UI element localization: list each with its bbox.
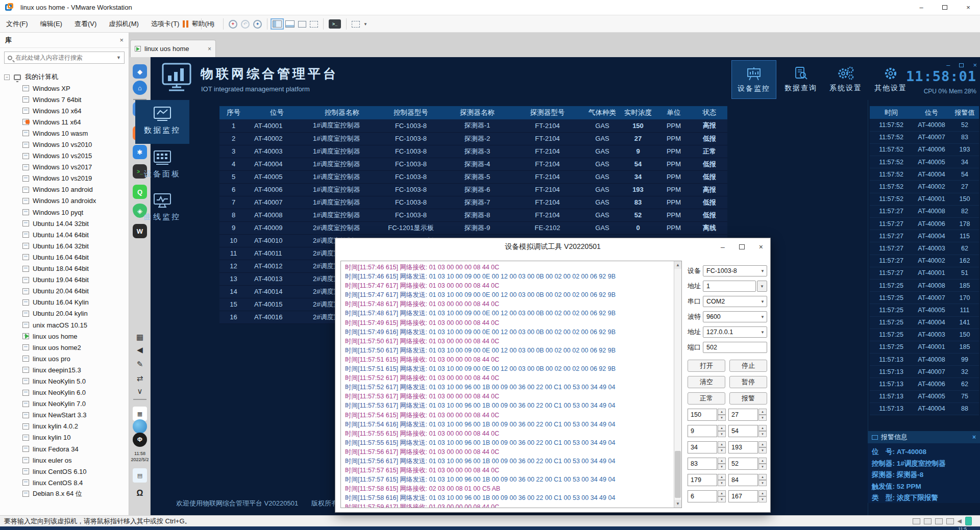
fit-guest-button[interactable] (352, 21, 360, 28)
vm-list-item[interactable]: Ubuntu 16.04 Kylin (0, 297, 129, 308)
app-close-button[interactable]: × (973, 61, 977, 69)
spin-down-icon[interactable]: ▼ (758, 480, 767, 486)
log-scrollbar[interactable]: ▲ ▼ (674, 261, 681, 508)
vm-list-item[interactable]: Ubuntu 19.04 64bit (0, 274, 129, 286)
tab-close-icon[interactable]: × (208, 45, 211, 53)
value-spinner[interactable]: 167 ▲▼ (728, 490, 767, 502)
vm-list-item[interactable]: linux kylin 10 (0, 432, 129, 443)
vm-list-item[interactable]: linux NeoKylin 6.0 (0, 387, 129, 398)
tray-device-icon[interactable] (935, 518, 943, 524)
search-dropdown-arrow-icon[interactable]: ▼ (116, 55, 121, 60)
spin-down-icon[interactable]: ▼ (718, 447, 726, 453)
vm-list-item[interactable]: linux kylin 4.0.2 (0, 421, 129, 432)
window-close-button[interactable]: × (957, 0, 980, 15)
vm-list-item[interactable]: linux NeoKylin 7.0 (0, 398, 129, 410)
vm-list-item[interactable]: Ubuntu 18.04 64bit (0, 263, 129, 274)
tray-device-icon[interactable] (965, 517, 972, 525)
alarm-row[interactable]: 11:57:52 AT-40005 34 (870, 156, 979, 168)
dock-icon[interactable]: ✎ (133, 357, 147, 371)
value-spinner[interactable]: 84 ▲▼ (728, 474, 767, 486)
vm-list-item[interactable]: linux CentOS 8.4 (0, 477, 129, 488)
alarm-row[interactable]: 11:57:13 AT-40008 99 (870, 354, 979, 366)
dialog-maximize-button[interactable] (739, 243, 745, 251)
vm-list-item[interactable]: Windows 10 vs2015 (0, 150, 129, 162)
alarm-row[interactable]: 11:57:52 AT-40001 150 (870, 193, 979, 205)
alarm-row[interactable]: 11:57:13 AT-40005 75 (870, 390, 979, 402)
dock-icon[interactable]: ◀ (133, 343, 147, 357)
spin-up-icon[interactable]: ▲ (758, 458, 767, 464)
manage-snapshots-button[interactable]: ✦ (253, 20, 262, 29)
dock-icon[interactable]: ◆ (133, 64, 147, 79)
window-maximize-button[interactable] (933, 0, 957, 15)
value-spinner[interactable]: 193 ▲▼ (728, 441, 767, 453)
alarm-row[interactable]: 11:57:27 AT-40004 115 (870, 230, 979, 242)
tray-device-icon[interactable]: ◀ (958, 518, 962, 524)
table-row[interactable]: 8 AT-40008 1#调度室控制器 FC-1003-8 探测器-8 FT-2… (219, 209, 727, 221)
alarm-info-close-icon[interactable]: × (972, 434, 976, 441)
table-row[interactable]: 6 AT-40006 1#调度室控制器 FC-1003-8 探测器-6 FT-2… (219, 183, 727, 196)
app-minimize-button[interactable]: – (946, 61, 950, 69)
value-spinner[interactable]: 179 ▲▼ (688, 474, 726, 486)
show-library-button[interactable] (273, 20, 282, 28)
spin-down-icon[interactable]: ▼ (718, 415, 726, 421)
tree-expander-icon[interactable]: − (4, 74, 10, 80)
alarm-row[interactable]: 11:57:52 AT-40002 27 (870, 181, 979, 193)
vm-list-item[interactable]: Windows 10 vs2019 (0, 173, 129, 184)
spin-up-icon[interactable]: ▲ (718, 441, 726, 447)
window-minimize-button[interactable]: – (910, 0, 933, 15)
alarm-row[interactable]: 11:57:25 AT-40007 170 (870, 292, 979, 304)
vm-list-item[interactable]: Windows 10 x64 (0, 105, 129, 116)
dock-icon[interactable]: W (133, 224, 147, 238)
value-spinner[interactable]: 6 ▲▼ (688, 490, 726, 502)
spin-down-icon[interactable]: ▼ (718, 431, 726, 437)
vm-list-item[interactable]: linux uos pro (0, 353, 129, 364)
vm-list-item[interactable]: Windows 7 64bit (0, 94, 129, 105)
menu-item[interactable]: 文件(F) (0, 15, 34, 33)
pause-vm-button[interactable] (183, 20, 188, 28)
table-row[interactable]: 2 AT-40002 1#调度室控制器 FC-1003-8 探测器-2 FT-2… (219, 132, 727, 145)
dialog-button[interactable]: 停止 (729, 360, 767, 372)
library-search[interactable]: ▼ (4, 52, 125, 64)
dock-icon[interactable]: Ω (133, 486, 147, 500)
vm-list-item[interactable]: Windows 10 pyqt (0, 207, 129, 218)
menu-item[interactable]: 查看(V) (68, 15, 103, 33)
table-row[interactable]: 4 AT-40004 1#调度室控制器 FC-1003-8 探测器-4 FT-2… (219, 158, 727, 170)
spin-down-icon[interactable]: ▼ (758, 415, 767, 421)
dock-icon[interactable]: Φ (133, 433, 147, 447)
dock-icon[interactable]: ▦ (133, 407, 147, 421)
dialog-button[interactable]: 清空 (688, 376, 725, 388)
spin-down-icon[interactable]: ▼ (758, 464, 767, 470)
dialog-button[interactable]: 正常 (688, 392, 725, 405)
alarm-row[interactable]: 11:57:25 AT-40008 185 (870, 279, 979, 291)
table-row[interactable]: 1 AT-40001 1#调度室控制器 FC-1003-8 探测器-1 FT-2… (219, 119, 727, 132)
dialog-button[interactable]: 打开 (688, 360, 725, 372)
spin-down-icon[interactable]: ▼ (758, 431, 767, 437)
fit-dropdown-arrow-icon[interactable]: ▼ (363, 22, 368, 27)
vm-list-item[interactable]: linux uos home2 (0, 342, 129, 353)
tab-linux-uos-home[interactable]: linux uos home × (130, 40, 216, 57)
sidenav-device-panel[interactable]: 设备面板 (135, 150, 189, 179)
send-ctrl-alt-del-button[interactable]: ⎘ (207, 19, 218, 29)
alarm-row[interactable]: 11:57:52 AT-40007 83 (870, 131, 979, 143)
menu-item[interactable]: 选项卡(T) (145, 15, 186, 33)
spin-up-icon[interactable]: ▲ (758, 409, 767, 415)
vm-list-item[interactable]: Windows XP (0, 83, 129, 94)
dock-icon[interactable]: ⇄ (133, 371, 147, 386)
alarm-row[interactable]: 11:57:52 AT-40008 52 (870, 119, 979, 131)
value-spinner[interactable]: 9 ▲▼ (688, 425, 726, 437)
network-log[interactable]: 时间[11:57:46 615] 网络接收: 01 03 00 00 00 08… (340, 261, 682, 508)
alarm-row[interactable]: 11:57:25 AT-40003 150 (870, 329, 979, 341)
table-row[interactable]: 3 AT-40003 1#调度室控制器 FC-1003-8 探测器-3 FT-2… (219, 145, 727, 158)
vm-list-item[interactable]: Ubuntu 20.04 kylin (0, 308, 129, 319)
value-spinner[interactable]: 54 ▲▼ (728, 425, 767, 437)
vm-list-item[interactable]: linux Fedora 34 (0, 443, 129, 455)
dock-icon[interactable]: ▦ (133, 330, 147, 344)
alarm-row[interactable]: 11:57:52 AT-40004 54 (870, 168, 979, 181)
dock-icon[interactable]: ⌂ (133, 81, 147, 95)
table-row[interactable]: 9 AT-40009 2#调度室控制器 FC-1201显示板 探测器-9 FE-… (219, 221, 727, 234)
vm-list-item[interactable]: Ubuntu 16.04 64bit (0, 251, 129, 263)
value-spinner[interactable]: 52 ▲▼ (728, 458, 767, 470)
vm-list-item[interactable]: Windows 11 x64 (0, 116, 129, 128)
chevron-down-icon[interactable]: ▼ (757, 281, 767, 292)
topnav-device-monitor[interactable]: 设备监控 (731, 60, 776, 99)
